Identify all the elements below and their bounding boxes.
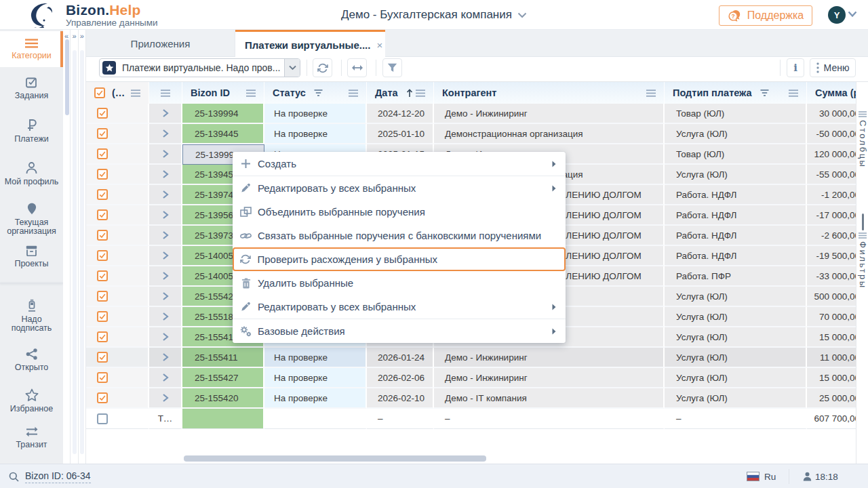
sidebar-scroll-strip[interactable]: « — [63, 30, 71, 464]
expand-chevron-icon[interactable] — [162, 392, 169, 403]
cell-amount[interactable]: 607 700,00 — [807, 409, 856, 429]
cell-subtype[interactable]: Товар (ЮЛ) — [665, 144, 807, 165]
grid-header-Дата[interactable]: Дата — [367, 82, 434, 104]
view-selector[interactable]: Платежи виртуальные. Надо пров... — [99, 58, 300, 77]
column-menu-icon[interactable] — [416, 89, 425, 97]
expand-chevron-icon[interactable] — [162, 291, 169, 302]
cell-contractor[interactable]: Демо - Инжиниринг — [434, 348, 665, 368]
cell-bizon-id[interactable]: 25-155420 — [182, 388, 264, 409]
row-checkbox[interactable] — [97, 128, 108, 139]
column-menu-icon[interactable] — [349, 89, 358, 97]
grid-header-select-column[interactable]: (… — [86, 82, 149, 104]
filter-button[interactable] — [382, 58, 402, 77]
select-all-checkbox[interactable] — [94, 87, 105, 98]
column-menu-icon[interactable] — [646, 89, 656, 97]
grid-header-Сумма (руб.)[interactable]: Сумма (руб.) — [807, 82, 856, 104]
table-row-1[interactable]: 25-139994 На проверке 2024-12-20 Демо - … — [86, 104, 856, 124]
cell-date[interactable]: 2026-02-06 — [367, 368, 434, 388]
expand-chevron-icon[interactable] — [162, 250, 169, 261]
cell-date[interactable]: 2026-02-10 — [367, 388, 434, 409]
info-button[interactable]: i — [787, 58, 804, 77]
expand-chevron-icon[interactable] — [162, 189, 169, 200]
context-menu-item-3[interactable]: Объединить выбранные поручения — [233, 200, 566, 224]
row-checkbox[interactable] — [97, 189, 108, 200]
tab-close-icon[interactable]: × — [376, 39, 382, 51]
refresh-button[interactable] — [313, 58, 332, 77]
grid-header-Подтип платежа[interactable]: Подтип платежа — [665, 82, 807, 104]
table-row-13[interactable]: 25-155411 На проверке 2026-01-24 Демо - … — [86, 348, 856, 368]
row-checkbox[interactable] — [97, 311, 108, 322]
cell-subtype[interactable]: Услуга (ЮЛ) — [665, 327, 807, 348]
row-checkbox[interactable] — [97, 352, 108, 363]
sidebar-item-10[interactable]: Транзит — [0, 422, 63, 449]
sidebar-item-2[interactable]: Задания — [0, 73, 63, 100]
cell-subtype[interactable]: Услуга (ЮЛ) — [665, 287, 807, 307]
expand-right-icon[interactable]: » — [79, 32, 85, 40]
expand-chevron-icon[interactable] — [162, 128, 169, 139]
cell-amount[interactable]: 11 000,00 — [807, 348, 856, 368]
cell-subtype[interactable]: Работа. ПФР — [665, 266, 807, 287]
grid-menu-button[interactable]: Меню — [810, 58, 856, 77]
expand-right-icon[interactable]: » — [71, 32, 77, 40]
cell-amount[interactable]: 15 000,00 — [807, 327, 856, 348]
row-checkbox[interactable] — [97, 169, 108, 180]
quick-search-label[interactable]: Bizon ID: 06-34 — [25, 470, 91, 483]
quick-search[interactable]: Bizon ID: 06-34 — [9, 464, 91, 488]
cell-subtype[interactable]: – — [665, 409, 807, 429]
expand-chevron-icon[interactable] — [162, 209, 169, 220]
cell-bizon-id[interactable]: 25-139994 — [182, 104, 264, 124]
expand-chevron-icon[interactable] — [162, 270, 169, 281]
cell-amount[interactable]: 15 000,00 — [807, 368, 856, 388]
sidebar-item-5[interactable]: Текущаяорганизация — [0, 199, 63, 236]
cell-date[interactable]: 2025-01-10 — [367, 124, 434, 144]
row-checkbox[interactable] — [97, 392, 108, 403]
table-row-15[interactable]: 25-155420 На проверке 2026-02-10 Демо - … — [86, 388, 856, 409]
cell-contractor[interactable]: Демо - IT компания — [434, 388, 665, 409]
column-filter-icon[interactable] — [314, 89, 323, 97]
column-menu-icon[interactable] — [789, 89, 798, 97]
row-checkbox[interactable] — [97, 413, 108, 424]
cell-subtype[interactable]: Работа. НДФЛ — [665, 185, 807, 205]
row-checkbox[interactable] — [97, 331, 108, 342]
cell-amount[interactable]: 25 000,00 — [807, 388, 856, 409]
grid-header-expand[interactable] — [149, 82, 182, 104]
cell-amount[interactable]: 30 000,00 — [807, 104, 856, 124]
grid-header-Контрагент[interactable]: Контрагент — [434, 82, 665, 104]
columns-panel-tab[interactable]: Столбцы — [856, 111, 868, 168]
row-checkbox[interactable] — [97, 108, 108, 119]
cell-status[interactable]: На проверке — [264, 124, 367, 144]
cell-amount[interactable]: -17 000,00 — [807, 205, 856, 226]
collapsed-panel-strip[interactable]: » — [79, 30, 86, 464]
cell-amount[interactable]: -50 000,00 — [807, 124, 856, 144]
table-row-14[interactable]: 25-155427 На проверке 2026-02-06 Демо - … — [86, 368, 856, 388]
filters-panel-tab[interactable]: Фильтры — [856, 232, 868, 289]
cell-contractor[interactable]: – — [434, 409, 665, 429]
expand-chevron-icon[interactable] — [162, 230, 169, 241]
cell-amount[interactable]: 500 000,00 — [807, 287, 856, 307]
context-menu-item-1[interactable]: Создать — [233, 152, 566, 176]
grid-header-Bizon ID[interactable]: Bizon ID — [182, 82, 264, 104]
cell-subtype[interactable]: Работа. НДФЛ — [665, 246, 807, 266]
cell-amount[interactable]: -55 000,00 — [807, 165, 856, 185]
sidebar-item-3[interactable]: Платежи — [0, 115, 63, 144]
cell-status[interactable]: На проверке — [264, 368, 367, 388]
row-checkbox[interactable] — [97, 291, 108, 302]
cell-amount[interactable]: -19 500,00 — [807, 246, 856, 266]
cell-status[interactable]: На проверке — [264, 388, 367, 409]
organization-selector[interactable]: Демо - Бухгалтерская компания — [341, 0, 527, 30]
cell-subtype[interactable]: Товар (ЮЛ) — [665, 104, 807, 124]
user-menu-chevron-icon[interactable] — [848, 11, 857, 18]
row-checkbox[interactable] — [97, 250, 108, 261]
cell-amount[interactable]: -33 000,00 — [807, 266, 856, 287]
context-menu-item-6[interactable]: Удалить выбранные — [233, 271, 566, 295]
cell-subtype[interactable]: Услуга (ЮЛ) — [665, 124, 807, 144]
column-menu-icon[interactable] — [246, 89, 256, 97]
cell-subtype[interactable]: Работа. НДФЛ — [665, 226, 807, 246]
horizontal-scrollbar-thumb[interactable] — [184, 455, 486, 462]
expand-chevron-icon[interactable] — [162, 372, 169, 383]
sidebar-item-9[interactable]: Избранное — [0, 384, 63, 413]
expand-chevron-icon[interactable] — [162, 148, 169, 159]
cell-amount[interactable]: -2 600,00 — [807, 226, 856, 246]
cell-amount[interactable]: 120 000,00 — [807, 144, 856, 165]
app-logo[interactable]: Bizon.Help Управление данными — [26, 2, 158, 28]
